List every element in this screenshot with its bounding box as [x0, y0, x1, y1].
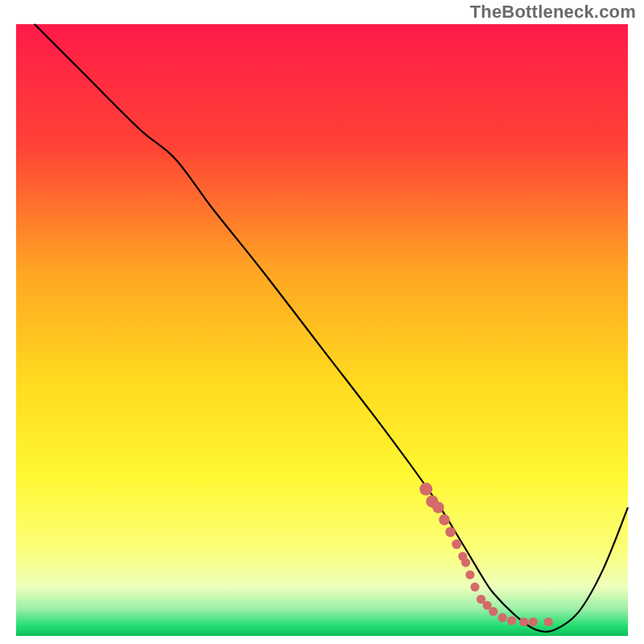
chart-stage: TheBottleneck.com	[0, 0, 644, 644]
highlight-dot	[544, 617, 553, 626]
watermark-text: TheBottleneck.com	[470, 2, 636, 23]
highlight-dot	[507, 616, 516, 625]
highlight-dot	[439, 514, 450, 526]
bottleneck-chart	[0, 0, 644, 644]
highlight-dot	[419, 483, 432, 496]
highlight-dot	[445, 526, 456, 537]
highlight-dot	[470, 583, 479, 592]
highlight-dot	[489, 607, 497, 616]
highlight-dot	[498, 613, 507, 622]
highlight-dot	[461, 558, 470, 567]
plot-background	[16, 24, 628, 636]
highlight-dot	[465, 570, 474, 579]
highlight-dot	[432, 502, 444, 513]
highlight-dot	[452, 539, 461, 549]
highlight-dot	[529, 617, 538, 626]
highlight-dot	[519, 617, 528, 626]
